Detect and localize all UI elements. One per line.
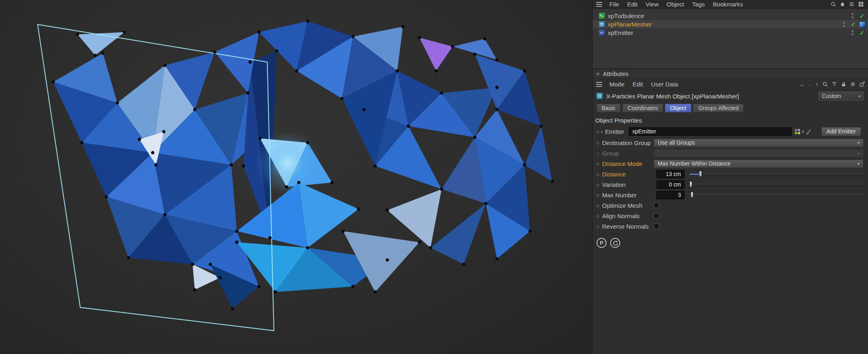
chevron-down-icon: ▾ [858,151,860,156]
specular-glow [256,131,320,195]
variation-slider[interactable] [689,181,864,188]
texture-preview-icon[interactable] [859,21,866,28]
field-label: Optimize Mesh [602,202,642,209]
key-diamond-icon[interactable]: ◇ [596,129,600,134]
search-icon[interactable] [822,81,829,88]
field-row-emitter: ◇ › Emitter ▾ Add Emitter [592,125,868,137]
menu-edit[interactable]: Edit [623,1,642,8]
field-row-distance: ◇ Distance [592,169,868,179]
menu-file[interactable]: File [605,1,623,8]
field-label: Destination Group [602,139,651,146]
object-name[interactable]: xpTurbulence [608,12,644,19]
object-row-xpplanarmesher[interactable]: xpPlanarMesher ✓ [592,20,868,29]
application-window: File Edit View Object Tags Bookmarks [0,0,868,354]
add-emitter-button[interactable]: Add Emitter [821,127,861,136]
home-icon[interactable] [839,1,846,8]
object-name[interactable]: xpPlanarMesher [608,21,652,28]
object-row-xpturbulence[interactable]: xpTurbulence ✓ [592,12,868,20]
menu-object[interactable]: Object [662,1,688,8]
attributes-menubar: Mode Edit User Data ← → ↑ [592,79,868,90]
attributes-object-header: X-Particles Planar Mesh Object [xpPlanar… [592,90,868,102]
reverse-normals-checkbox[interactable] [654,223,659,229]
dropdown-value: Use all Groups [658,139,695,146]
preset-circle-button[interactable]: P [596,238,607,248]
enabled-check-icon[interactable]: ✓ [858,12,866,20]
lock-icon[interactable] [840,81,847,88]
forward-arrow-icon[interactable]: → [806,81,813,88]
key-diamond-icon[interactable]: ◇ [596,203,600,208]
key-diamond-icon[interactable]: ◇ [596,172,600,176]
visibility-toggle-dots[interactable] [851,13,854,18]
field-label: Variation [602,181,625,188]
attributes-panel: × Attributes Mode Edit User Data ← → ↑ [592,69,868,353]
key-diamond-icon[interactable]: ◇ [596,224,600,229]
planar-mesher-object-icon [599,21,605,27]
field-row-align-normals: ◇ Align Normals [592,211,868,221]
right-panel: File Edit View Object Tags Bookmarks [592,0,868,354]
visibility-toggle-dots[interactable] [851,30,854,35]
back-arrow-icon[interactable]: ← [799,81,806,88]
field-label: Reverse Normals [602,223,649,230]
object-row-xpemitter[interactable]: xpEmitter ✓ [592,29,868,37]
preset-dropdown[interactable]: Custom ▾ [819,92,864,100]
search-icon[interactable] [830,1,837,8]
tab-coordinates[interactable]: Coordinates [622,104,663,113]
viewport-3d[interactable] [0,0,592,354]
panel-title: Attributes [603,70,628,77]
mesh-object[interactable] [0,0,592,354]
hamburger-icon[interactable] [596,4,602,5]
key-diamond-icon[interactable]: ◇ [596,182,600,187]
gear-icon[interactable] [849,81,856,88]
key-diamond-icon[interactable]: ◇ [596,141,600,145]
tab-object[interactable]: Object [665,104,691,113]
menu-user-data[interactable]: User Data [647,81,682,88]
expand-chevron-icon[interactable]: › [601,129,603,135]
layout-grid-icon[interactable] [858,1,864,8]
distance-mode-dropdown[interactable]: Max Number Within Distance ▾ [654,160,864,168]
menu-edit[interactable]: Edit [629,81,647,88]
close-icon[interactable]: × [592,70,603,77]
field-row-reverse-normals: ◇ Reverse Normals [592,221,868,231]
eyedropper-icon[interactable] [806,129,812,135]
visibility-toggle-dots[interactable] [842,22,845,27]
tab-groups-affected[interactable]: Groups Affected [693,104,744,113]
field-row-destination-group: ◇ Destination Group Use all Groups ▾ [592,137,868,148]
popout-icon[interactable] [859,81,866,88]
enabled-check-icon[interactable]: ✓ [858,29,866,37]
list-icon[interactable] [848,1,855,8]
emitter-link-field[interactable] [629,127,792,136]
field-label: Group [602,150,619,157]
tab-basic[interactable]: Basic [596,104,621,113]
menu-bookmarks[interactable]: Bookmarks [709,1,747,8]
hamburger-icon[interactable] [596,84,602,85]
emitter-object-icon [599,30,605,36]
menu-tags[interactable]: Tags [688,1,709,8]
filter-icon[interactable] [831,81,838,88]
reset-rotate-button[interactable] [610,238,620,248]
distance-slider[interactable] [689,170,864,178]
optimize-mesh-checkbox[interactable] [654,203,659,208]
max-number-value-field[interactable] [656,191,685,199]
object-name[interactable]: xpEmitter [608,29,633,36]
align-normals-checkbox[interactable] [654,213,659,219]
field-label: Max Number [602,192,637,198]
key-diamond-icon[interactable]: ◇ [596,214,600,218]
menu-mode[interactable]: Mode [605,81,629,88]
slider-handle[interactable] [699,171,702,177]
distance-value-field[interactable] [656,170,685,178]
max-number-slider[interactable] [689,191,864,198]
slider-handle[interactable] [691,192,693,198]
enabled-check-icon[interactable]: ✓ [849,21,857,28]
destination-group-dropdown[interactable]: Use all Groups ▾ [654,139,864,147]
slider-handle[interactable] [689,181,692,187]
preset-value: Custom [822,93,841,99]
variation-value-field[interactable] [656,180,685,189]
menu-view[interactable]: View [642,1,662,8]
key-diamond-icon[interactable]: ◇ [596,162,600,166]
chevron-down-icon[interactable]: ▾ [802,129,804,134]
key-diamond-icon[interactable]: ◇ [596,193,600,197]
dropdown-value: Max Number Within Distance [658,160,730,167]
link-target-icon[interactable] [794,129,800,135]
up-arrow-icon[interactable]: ↑ [813,81,821,88]
chevron-down-icon: ▾ [858,94,860,98]
